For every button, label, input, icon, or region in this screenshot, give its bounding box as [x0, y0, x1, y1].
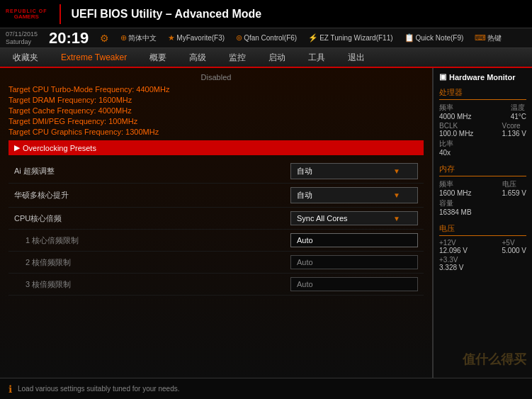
- arrow-icon: ▶: [14, 143, 20, 152]
- hw-cpu-section: 处理器 频率 4000 MHz 温度 41°C BCLK 100.0 MHz V…: [439, 87, 526, 157]
- setting-label-multicore: 华硕多核心提升: [14, 190, 290, 201]
- rog-logo: REPUBLIC OF GAMERS: [6, 9, 47, 20]
- hw-memvolt-label: 电压: [502, 179, 526, 189]
- target-item-3: Target DMI/PEG Frequency: 100MHz: [9, 117, 424, 125]
- input-core2[interactable]: [290, 255, 418, 269]
- hw-5v-label: +5V: [502, 239, 526, 247]
- info-icon[interactable]: ℹ: [9, 383, 12, 395]
- menu-advanced[interactable]: 高级: [185, 49, 210, 67]
- hw-33v-value: 3.328 V: [439, 264, 463, 271]
- time-bar: 07/11/2015 Saturday 20:19 ⚙ ⊕ 简体中文 ★ MyF…: [0, 28, 532, 48]
- dropdown-ai[interactable]: 自动 ▼: [290, 163, 418, 179]
- qfan-icon: ⊚: [236, 33, 242, 43]
- hw-memfreq-value: 1600 MHz: [439, 189, 472, 197]
- setting-multicore: 华硕多核心提升 自动 ▼: [9, 184, 424, 208]
- hw-12v-label: +12V: [439, 239, 468, 247]
- hw-mem-row1: 容量 16384 MB: [439, 198, 526, 216]
- setting-core2-limit: 2 核倍频限制: [9, 252, 424, 274]
- hw-cpu-row0: 频率 4000 MHz 温度 41°C: [439, 103, 526, 120]
- hw-mem-section: 内存 频率 1600 MHz 电压 1.659 V 容量 16384 MB: [439, 164, 526, 216]
- hw-temp-label: 温度: [511, 103, 526, 113]
- rog-logo-line1: REPUBLIC OF: [6, 9, 47, 13]
- setting-value-core3: [290, 277, 418, 291]
- setting-value-core2: [290, 255, 418, 269]
- dropdown-cpu-mult[interactable]: Sync All Cores ▼: [290, 211, 418, 225]
- setting-core1-limit: 1 核心倍频限制: [9, 230, 424, 252]
- setting-core3-limit: 3 核倍频限制: [9, 274, 424, 296]
- input-core3[interactable]: [290, 277, 418, 291]
- target-items: Target CPU Turbo-Mode Frequency: 4400MHz…: [9, 85, 424, 136]
- monitor-icon: ▣: [439, 72, 446, 82]
- weekday: Saturday: [6, 38, 38, 46]
- hw-title: ▣ Hardware Monitor: [439, 72, 526, 82]
- setting-label-core1: 1 核心倍频限制: [26, 235, 290, 246]
- dropdown-ai-value: 自动: [297, 166, 312, 176]
- hw-memcap-label: 容量: [439, 198, 472, 208]
- bios-title: UEFI BIOS Utility – Advanced Mode: [71, 8, 526, 21]
- setting-cpu-mult: CPU核心倍频 Sync All Cores ▼: [9, 208, 424, 230]
- hw-volt-row0: +12V 12.096 V +5V 5.000 V: [439, 239, 526, 254]
- dropdown-ai-arrow: ▼: [393, 167, 400, 175]
- hw-memcap-value: 16384 MB: [439, 208, 472, 216]
- setting-value-ai: 自动 ▼: [290, 163, 418, 179]
- target-item-4: Target CPU Graphics Frequency: 1300MHz: [9, 128, 424, 136]
- hw-freq-label: 频率: [439, 103, 472, 113]
- hw-12v-value: 12.096 V: [439, 247, 468, 254]
- setting-label-core3: 3 核倍频限制: [26, 279, 290, 290]
- menu-exit[interactable]: 退出: [344, 49, 369, 67]
- nav-eztuning[interactable]: ⚡ EZ Tuning Wizard(F11): [308, 33, 392, 43]
- dropdown-cpu-mult-arrow: ▼: [393, 215, 400, 223]
- menu-monitor[interactable]: 监控: [225, 49, 250, 67]
- menu-favorites[interactable]: 收藏夹: [9, 49, 43, 67]
- disabled-status: Disabled: [201, 73, 232, 82]
- overclocking-header: ▶ Overclocking Presets: [9, 140, 424, 155]
- hw-ratio-label: 比率: [439, 139, 453, 149]
- input-core1[interactable]: [290, 233, 418, 247]
- nav-qfan[interactable]: ⊚ Qfan Control(F6): [236, 33, 297, 43]
- eztuning-icon: ⚡: [308, 33, 318, 43]
- dropdown-multicore[interactable]: 自动 ▼: [290, 187, 418, 203]
- clock: 20:19: [49, 29, 89, 47]
- setting-value-multicore: 自动 ▼: [290, 187, 418, 203]
- hw-cpu-row1: BCLK 100.0 MHz Vcore 1.136 V: [439, 122, 526, 137]
- left-panel: Disabled Target CPU Turbo-Mode Frequency…: [0, 68, 433, 378]
- hw-freq-value: 4000 MHz: [439, 113, 472, 120]
- hw-cpu-row2: 比率 40x: [439, 139, 526, 157]
- hw-memfreq-label: 频率: [439, 179, 472, 189]
- hw-vcore-value: 1.136 V: [502, 130, 526, 137]
- hw-volt-section: 电压 +12V 12.096 V +5V 5.000 V +3.3V 3.328…: [439, 223, 526, 271]
- top-bar: REPUBLIC OF GAMERS UEFI BIOS Utility – A…: [0, 0, 532, 28]
- hw-mem-title: 内存: [439, 164, 526, 176]
- target-item-0: Target CPU Turbo-Mode Frequency: 4400MHz: [9, 85, 424, 94]
- date: 07/11/2015: [6, 30, 38, 38]
- hw-mem-row0: 频率 1600 MHz 电压 1.659 V: [439, 179, 526, 197]
- nav-quicknote[interactable]: 📋 Quick Note(F9): [404, 33, 464, 43]
- dropdown-multicore-arrow: ▼: [393, 191, 400, 199]
- menu-boot[interactable]: 启动: [264, 49, 290, 67]
- hw-ratio-value: 40x: [439, 149, 453, 157]
- target-item-1: Target DRAM Frequency: 1600MHz: [9, 96, 424, 104]
- hw-volt-title: 电压: [439, 223, 526, 236]
- myfav-icon: ★: [168, 33, 175, 43]
- nav-lang[interactable]: ⊕ 简体中文: [120, 33, 157, 43]
- rog-logo-line2: GAMERS: [14, 13, 39, 20]
- status-text: Load various settings suitably tuned for…: [18, 385, 179, 393]
- menu-overview[interactable]: 概要: [145, 49, 171, 67]
- hw-temp-value: 41°C: [511, 113, 526, 120]
- dropdown-multicore-value: 自动: [297, 190, 312, 201]
- setting-ai-overclock: Ai 超频调整 自动 ▼: [9, 159, 424, 184]
- date-display: 07/11/2015 Saturday: [6, 30, 38, 46]
- lang-icon: ⊕: [120, 33, 127, 43]
- dropdown-cpu-mult-value: Sync All Cores: [297, 214, 348, 223]
- hw-bclk-label: BCLK: [439, 122, 473, 130]
- hw-title-text: Hardware Monitor: [449, 73, 516, 82]
- nav-myfav[interactable]: ★ MyFavorite(F3): [168, 33, 225, 43]
- menu-tools[interactable]: 工具: [304, 49, 329, 67]
- main-content: Disabled Target CPU Turbo-Mode Frequency…: [0, 68, 532, 378]
- hw-vcore-label: Vcore: [502, 122, 526, 130]
- setting-value-cpu-mult: Sync All Cores ▼: [290, 211, 418, 225]
- nav-hotkeys[interactable]: ⌨ 热键: [475, 33, 502, 43]
- hw-cpu-title: 处理器: [439, 87, 526, 100]
- menu-extreme-tweaker[interactable]: Extreme Tweaker: [57, 50, 131, 65]
- settings-icon[interactable]: ⚙: [100, 33, 109, 44]
